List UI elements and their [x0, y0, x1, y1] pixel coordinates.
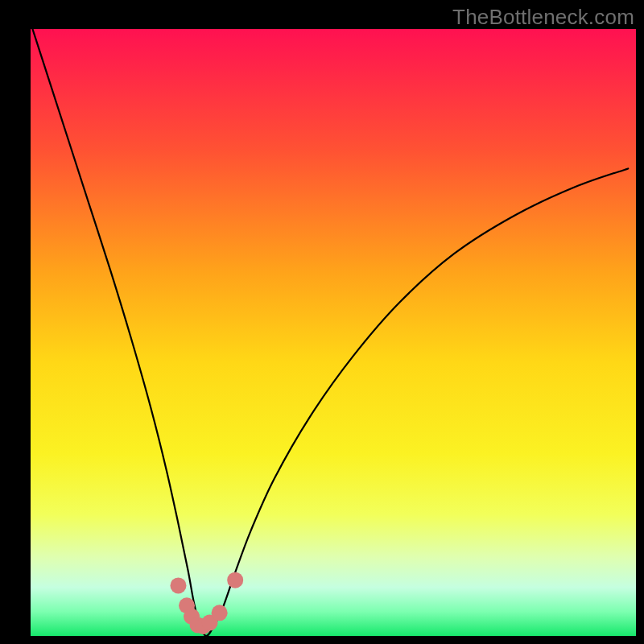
chart-svg	[0, 0, 644, 644]
chart-container: { "watermark": "TheBottleneck.com", "cha…	[0, 0, 644, 644]
sample-marker	[227, 572, 243, 588]
plot-background	[31, 29, 636, 636]
sample-marker	[212, 605, 228, 621]
sample-marker	[170, 577, 186, 593]
watermark-label: TheBottleneck.com	[452, 5, 634, 30]
